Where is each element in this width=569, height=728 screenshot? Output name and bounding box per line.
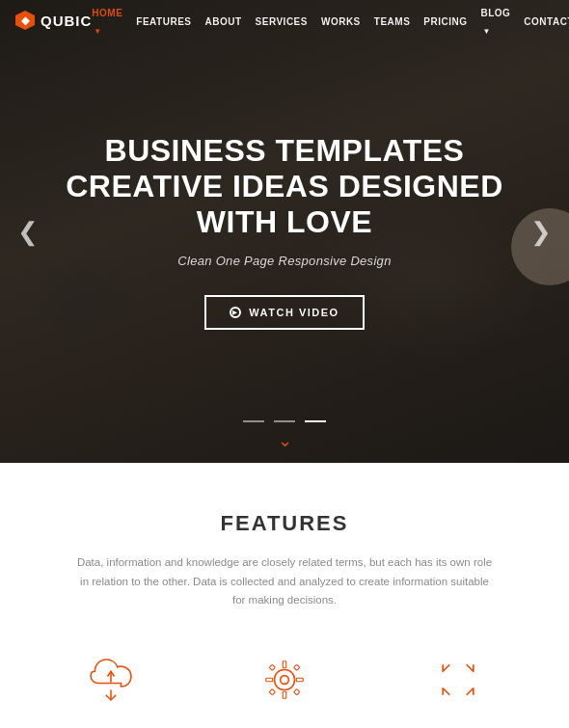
nav-item-teams[interactable]: TEAMS bbox=[374, 12, 411, 29]
cloud-svg bbox=[84, 653, 138, 707]
nav-link-teams[interactable]: TEAMS bbox=[374, 16, 411, 27]
nav-item-blog[interactable]: BLOG ▼ bbox=[480, 3, 510, 38]
svg-rect-3 bbox=[266, 678, 273, 682]
hero-content: BUSINESS TEMPLATES CREATIVE IDEAS DESIGN… bbox=[0, 133, 569, 329]
nav-item-home[interactable]: HOME ▼ bbox=[92, 3, 122, 38]
cloud-icon bbox=[80, 649, 142, 711]
navbar: ◆ QUBIC HOME ▼ FEATURES ABOUT SERVICES W… bbox=[0, 0, 569, 40]
carousel-prev-arrow[interactable]: ❮ bbox=[8, 207, 48, 256]
nav-link-services[interactable]: SERVICES bbox=[256, 16, 308, 27]
svg-rect-6 bbox=[294, 664, 300, 670]
nav-link-home[interactable]: HOME ▼ bbox=[92, 8, 122, 36]
nav-item-contact[interactable]: CONTACT bbox=[524, 12, 569, 29]
carousel-dots bbox=[243, 420, 326, 422]
feature-card-updates: UPDATES & SUPPORT Cloud computing is a c… bbox=[203, 649, 366, 728]
scroll-down-arrow[interactable]: ⌄ bbox=[278, 430, 292, 451]
nav-blog-caret: ▼ bbox=[482, 27, 490, 36]
brand-icon: ◆ bbox=[15, 11, 35, 30]
brand-name: QUBIC bbox=[41, 13, 92, 29]
svg-rect-7 bbox=[269, 688, 275, 694]
features-section: FEATURES Data, information and knowledge… bbox=[0, 463, 569, 728]
nav-link-about[interactable]: ABOUT bbox=[205, 16, 242, 27]
nav-link-features[interactable]: FEATURES bbox=[136, 16, 191, 27]
arrows-icon bbox=[427, 649, 489, 711]
play-icon: ▶ bbox=[230, 307, 241, 318]
nav-home-caret: ▼ bbox=[94, 27, 101, 36]
nav-item-works[interactable]: WORKS bbox=[321, 12, 361, 29]
nav-link-contact[interactable]: CONTACT bbox=[524, 16, 569, 27]
nav-item-features[interactable]: FEATURES bbox=[136, 12, 191, 29]
svg-rect-8 bbox=[294, 688, 300, 694]
features-grid: CLOUD SOLUTION Cloud computing is a comp… bbox=[19, 649, 550, 728]
gear-svg bbox=[257, 653, 312, 707]
nav-item-services[interactable]: SERVICES bbox=[256, 12, 308, 29]
svg-rect-1 bbox=[283, 661, 286, 667]
watch-video-button[interactable]: ▶ WATCH VIDEO bbox=[204, 295, 364, 330]
nav-item-pricing[interactable]: PRICING bbox=[423, 12, 467, 29]
arrows-svg bbox=[431, 653, 485, 707]
features-title: FEATURES bbox=[19, 511, 550, 536]
carousel-dot-1[interactable] bbox=[243, 420, 264, 422]
nav-link-works[interactable]: WORKS bbox=[321, 16, 361, 27]
hero-subtitle: Clean One Page Responsive Design bbox=[58, 254, 511, 268]
nav-item-about[interactable]: ABOUT bbox=[205, 12, 242, 29]
nav-link-blog[interactable]: BLOG ▼ bbox=[480, 8, 510, 36]
nav-links: HOME ▼ FEATURES ABOUT SERVICES WORKS TEA… bbox=[92, 3, 569, 38]
hero-title: BUSINESS TEMPLATES CREATIVE IDEAS DESIGN… bbox=[58, 133, 511, 239]
features-description: Data, information and knowledge are clos… bbox=[72, 553, 497, 610]
hero-section: ◆ QUBIC HOME ▼ FEATURES ABOUT SERVICES W… bbox=[0, 0, 569, 463]
svg-rect-2 bbox=[283, 691, 286, 698]
nav-link-pricing[interactable]: PRICING bbox=[423, 16, 467, 27]
feature-card-modular: FLEXIABLE & MODULAR Cloud computing is a… bbox=[376, 649, 540, 728]
carousel-dot-2[interactable] bbox=[274, 420, 295, 422]
gear-icon bbox=[254, 649, 315, 711]
carousel-next-arrow[interactable]: ❯ bbox=[521, 207, 561, 256]
brand-logo[interactable]: ◆ QUBIC bbox=[15, 11, 92, 30]
carousel-dot-3[interactable] bbox=[305, 420, 326, 422]
svg-rect-4 bbox=[296, 678, 303, 682]
svg-point-0 bbox=[281, 675, 289, 684]
svg-rect-5 bbox=[269, 664, 275, 670]
feature-card-cloud: CLOUD SOLUTION Cloud computing is a comp… bbox=[29, 649, 193, 728]
watch-video-label: WATCH VIDEO bbox=[249, 307, 339, 318]
